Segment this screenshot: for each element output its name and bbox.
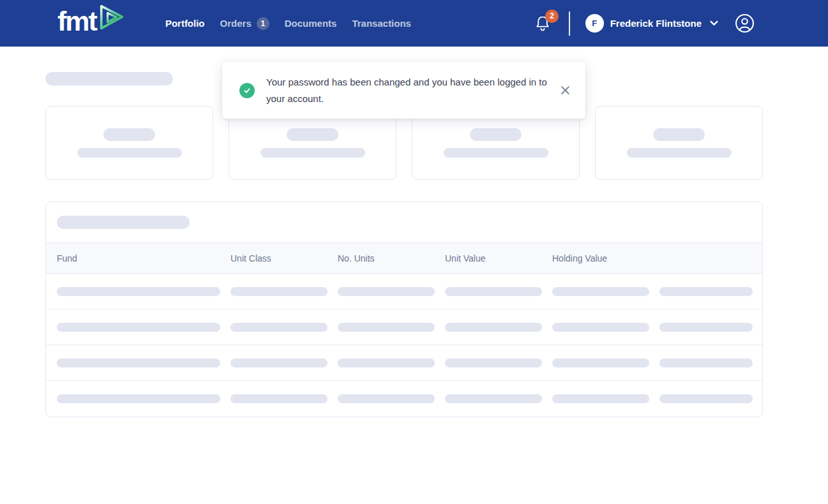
column-header-fund: Fund — [57, 253, 230, 263]
skeleton-bar — [627, 148, 732, 158]
notifications-badge: 2 — [545, 10, 559, 23]
skeleton-bar — [338, 287, 435, 296]
skeleton-bar — [659, 359, 753, 367]
skeleton-bar — [653, 128, 705, 141]
app-header: fmt Portfolio Orders 1 — [0, 0, 828, 47]
column-header-unit-class: Unit Class — [230, 253, 338, 263]
table-row-skeleton — [46, 309, 762, 345]
bell-icon — [534, 25, 551, 34]
user-name: Frederick Flintstone — [610, 18, 702, 29]
skeleton-bar — [659, 323, 753, 332]
skeleton-bar — [57, 323, 220, 332]
skeleton-bar — [552, 287, 649, 296]
user-menu[interactable]: F Frederick Flintstone — [585, 14, 718, 33]
skeleton-bar — [552, 359, 649, 367]
skeleton-bar — [287, 128, 338, 141]
skeleton-bar — [659, 287, 753, 296]
nav-transactions-label: Transactions — [352, 18, 411, 29]
nav-portfolio[interactable]: Portfolio — [165, 18, 205, 29]
table-row-skeleton — [46, 381, 762, 417]
skeleton-bar — [470, 128, 522, 141]
nav-documents[interactable]: Documents — [285, 18, 337, 29]
skeleton-bar — [659, 394, 753, 403]
orders-count-badge: 1 — [257, 17, 269, 30]
skeleton-bar — [77, 148, 182, 158]
skeleton-bar — [57, 359, 220, 367]
skeleton-bar — [260, 148, 365, 158]
play-icon — [95, 2, 127, 35]
nav-orders-label: Orders — [220, 18, 252, 29]
table-row-skeleton — [46, 274, 762, 309]
skeleton-bar — [444, 148, 548, 158]
skeleton-bar — [445, 287, 542, 296]
skeleton-bar — [445, 323, 542, 332]
avatar: F — [585, 14, 604, 33]
column-header-unit-value: Unit Value — [445, 253, 552, 263]
skeleton-bar — [338, 323, 435, 332]
holdings-table-card: Fund Unit Class No. Units Unit Value Hol… — [45, 202, 763, 417]
toast-notification: Your password has been changed and you h… — [222, 62, 585, 119]
column-header-holding-value: Holding Value — [552, 253, 659, 263]
nav-transactions[interactable]: Transactions — [352, 18, 411, 29]
skeleton-bar — [445, 394, 542, 403]
skeleton-bar — [230, 323, 327, 332]
skeleton-bar — [230, 287, 327, 296]
success-check-icon — [239, 83, 255, 98]
skeleton-bar — [338, 394, 435, 403]
skeleton-bar — [57, 394, 220, 403]
header-divider — [569, 11, 570, 36]
main-nav: Portfolio Orders 1 Documents Transaction… — [165, 17, 411, 30]
summary-card-skeleton — [45, 106, 213, 180]
nav-portfolio-label: Portfolio — [165, 18, 205, 29]
profile-button[interactable] — [735, 13, 755, 33]
summary-card-skeleton — [595, 106, 763, 180]
table-title-skeleton — [57, 216, 190, 229]
nav-documents-label: Documents — [285, 18, 337, 29]
skeleton-bar — [103, 128, 155, 141]
toast-message: Your password has been changed and you h… — [266, 74, 552, 107]
skeleton-bar — [445, 359, 542, 367]
skeleton-bar — [57, 287, 220, 296]
chevron-down-icon — [710, 20, 718, 26]
skeleton-bar — [552, 394, 649, 403]
skeleton-bar — [552, 323, 649, 332]
main-content: Fund Unit Class No. Units Unit Value Hol… — [45, 72, 763, 417]
table-header-row: Fund Unit Class No. Units Unit Value Hol… — [46, 242, 762, 274]
table-row-skeleton — [46, 345, 762, 381]
header-right: 2 F Frederick Flintstone — [534, 11, 755, 36]
nav-orders[interactable]: Orders 1 — [220, 17, 269, 30]
column-header-no-units: No. Units — [338, 253, 445, 263]
logo[interactable]: fmt — [57, 8, 127, 39]
skeleton-bar — [338, 359, 435, 367]
skeleton-bar — [230, 359, 327, 367]
profile-icon — [735, 26, 755, 35]
page-title-skeleton — [45, 72, 173, 85]
logo-text: fmt — [57, 8, 96, 39]
skeleton-bar — [230, 394, 327, 403]
close-icon[interactable] — [558, 83, 573, 98]
notifications-button[interactable]: 2 — [534, 15, 551, 33]
